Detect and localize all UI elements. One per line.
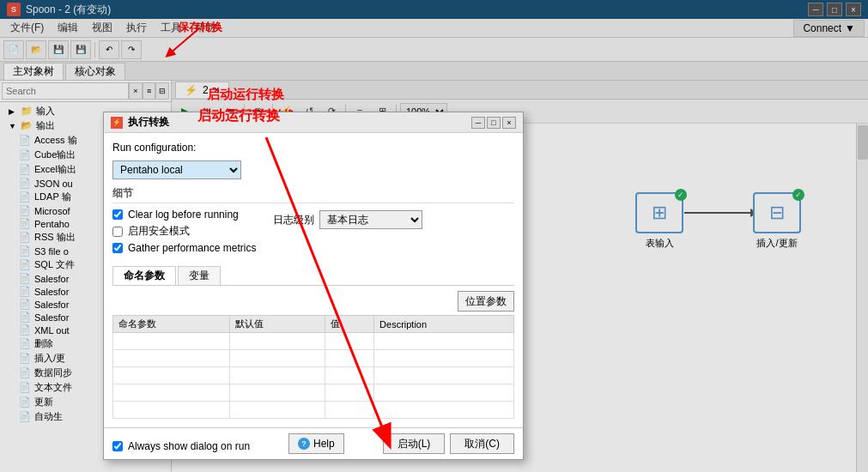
cell (230, 384, 325, 402)
dialog-body: Run configuration: Pentaho local 细节 Clea… (104, 133, 523, 427)
cell (325, 384, 373, 402)
dialog-close-btn[interactable]: × (502, 117, 516, 129)
dialog-footer-actions: 启动(L) 取消(C) (383, 433, 514, 454)
safe-mode-label: 启用安全模式 (128, 224, 190, 239)
execute-dialog: ⚡ 执行转换 ─ □ × 启动运行转换 Run configuration: P… (103, 112, 524, 460)
details-layout: Clear log before running 启用安全模式 Gather p… (112, 209, 514, 257)
cell (374, 384, 514, 402)
start-button[interactable]: 启动(L) (383, 433, 446, 454)
table-wrapper: 命名参数 默认值 值 Description (112, 315, 514, 419)
dialog-minimize-btn[interactable]: ─ (471, 117, 485, 129)
cell (230, 350, 325, 367)
cell (113, 350, 230, 367)
table-row (113, 350, 514, 367)
cell (374, 367, 514, 384)
run-config-select[interactable]: Pentaho local (112, 160, 241, 179)
details-section: 细节 (112, 186, 514, 203)
table-row (113, 384, 514, 402)
dialog-title: 执行转换 (128, 115, 470, 130)
always-show-checkbox[interactable] (112, 441, 123, 451)
cell (230, 402, 325, 419)
cell (374, 333, 514, 350)
dialog-maximize-btn[interactable]: □ (487, 117, 501, 129)
cell (113, 384, 230, 402)
dialog-app-icon: ⚡ (111, 117, 123, 129)
safe-mode-row: 启用安全模式 (112, 224, 256, 239)
col-header-default: 默认值 (230, 316, 325, 333)
dialog-tabs: 命名参数 变量 (112, 266, 514, 286)
safe-mode-checkbox[interactable] (112, 227, 123, 237)
dialog-overlay: ⚡ 执行转换 ─ □ × 启动运行转换 Run configuration: P… (0, 0, 868, 472)
cell (113, 402, 230, 419)
cell (325, 402, 373, 419)
params-table: 命名参数 默认值 值 Description (112, 315, 514, 419)
gather-metrics-checkbox[interactable] (112, 243, 123, 253)
run-config-label: Run configuration: (112, 142, 196, 154)
run-config-row: Run configuration: (112, 142, 514, 154)
cell (230, 367, 325, 384)
log-level-select[interactable]: 基本日志 详细 调试 行级别 (319, 210, 422, 229)
help-icon: ? (298, 438, 310, 450)
footer-left: ? Help (288, 433, 344, 454)
dialog-run-annotation: 启动运行转换 (207, 87, 284, 103)
cell (325, 367, 373, 384)
gather-metrics-label: Gather performance metrics (128, 242, 256, 254)
clear-log-checkbox[interactable] (112, 209, 123, 220)
cell (113, 367, 230, 384)
help-button[interactable]: ? Help (288, 433, 344, 454)
dialog-title-bar: ⚡ 执行转换 ─ □ × (104, 112, 523, 133)
run-config-select-row: Pentaho local (112, 160, 514, 179)
clear-log-label: Clear log before running (128, 209, 239, 221)
dialog-tab-params[interactable]: 命名参数 (112, 266, 176, 285)
dialog-tab-vars[interactable]: 变量 (178, 266, 221, 285)
details-left: Clear log before running 启用安全模式 Gather p… (112, 209, 256, 257)
always-show-row: Always show dialog on run (112, 440, 250, 452)
cell (325, 333, 373, 350)
col-header-desc: Description (374, 316, 514, 333)
table-row (113, 367, 514, 384)
set-params-button[interactable]: 位置参数 (458, 291, 514, 312)
gather-metrics-row: Gather performance metrics (112, 242, 256, 254)
cancel-button[interactable]: 取消(C) (450, 433, 514, 454)
col-header-name: 命名参数 (113, 316, 230, 333)
cell (113, 333, 230, 350)
help-label: Help (313, 438, 335, 450)
table-row (113, 333, 514, 350)
cell (374, 402, 514, 419)
col-header-value: 值 (325, 316, 373, 333)
params-table-container: 位置参数 命名参数 默认值 值 Description (112, 291, 514, 419)
log-level-group: 日志级别 基本日志 详细 调试 行级别 (273, 210, 422, 229)
cell (325, 350, 373, 367)
log-level-label: 日志级别 (273, 213, 314, 227)
clear-log-row: Clear log before running (112, 209, 256, 221)
always-show-label: Always show dialog on run (128, 440, 250, 452)
table-row (113, 402, 514, 419)
cell (230, 333, 325, 350)
cell (374, 350, 514, 367)
dialog-footer: Always show dialog on run ? Help 启动(L) 取… (104, 427, 523, 459)
